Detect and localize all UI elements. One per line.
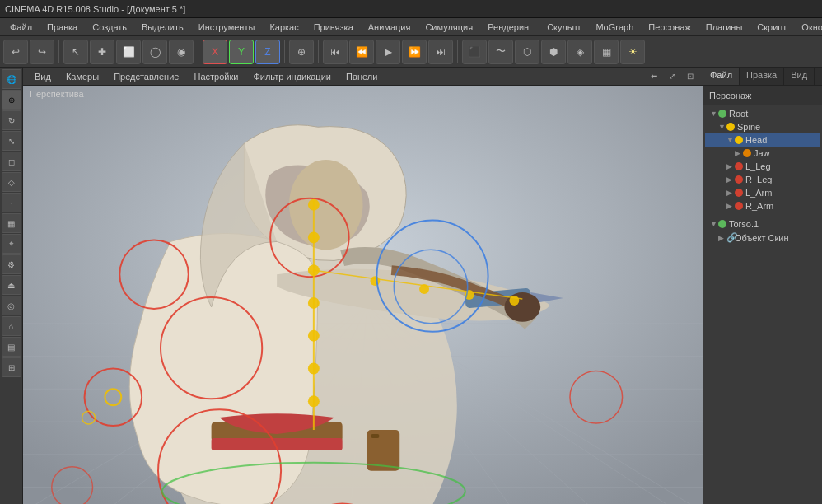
left-btn-brush[interactable]: ⏏ bbox=[2, 275, 21, 295]
left-btn-settings[interactable]: ⚙ bbox=[2, 254, 21, 274]
label-spine: Spine bbox=[737, 122, 760, 132]
menu-sculpt[interactable]: Скульпт bbox=[540, 21, 587, 34]
tree-item-l-leg[interactable]: ▶ L_Leg bbox=[705, 160, 820, 173]
dot-r-leg bbox=[735, 175, 743, 184]
menu-tools[interactable]: Инструменты bbox=[192, 21, 262, 34]
menu-mograph[interactable]: MoGraph bbox=[589, 21, 640, 34]
left-btn-display[interactable]: ⊞ bbox=[2, 357, 21, 377]
add-tool[interactable]: ✚ bbox=[90, 40, 114, 64]
menu-window[interactable]: Окно bbox=[795, 21, 822, 34]
left-btn-rotate[interactable]: ↻ bbox=[2, 110, 21, 130]
vp-icon-max[interactable]: ⊡ bbox=[683, 69, 698, 84]
menu-edit[interactable]: Правка bbox=[40, 21, 84, 34]
tree-item-head[interactable]: ▼ Head bbox=[705, 133, 820, 147]
svg-point-40 bbox=[308, 363, 320, 375]
menu-render[interactable]: Рендеринг bbox=[481, 21, 539, 34]
right-panel-tabs: Файл Правка Вид bbox=[703, 68, 822, 86]
tree-item-jaw[interactable]: ▶ Jaw bbox=[705, 147, 820, 160]
viewport[interactable]: Перспектива bbox=[23, 86, 703, 504]
expand-r-arm[interactable]: ▶ bbox=[726, 202, 735, 210]
vp-icon-expand[interactable]: ⤢ bbox=[665, 69, 680, 84]
left-btn-move[interactable]: ⊕ bbox=[2, 90, 21, 110]
y-axis-btn[interactable]: Y bbox=[229, 40, 254, 64]
left-btn-world[interactable]: 🌐 bbox=[2, 69, 21, 89]
expand-r-leg[interactable]: ▶ bbox=[726, 175, 735, 184]
expand-torso[interactable]: ▼ bbox=[710, 220, 718, 228]
box-select[interactable]: ⬜ bbox=[116, 40, 141, 64]
menu-simulate[interactable]: Симуляция bbox=[418, 21, 479, 34]
menu-select[interactable]: Выделить bbox=[135, 21, 190, 34]
vp-menu-view[interactable]: Вид bbox=[28, 70, 58, 83]
tree-item-root[interactable]: ▼ Root bbox=[705, 107, 820, 120]
menu-character[interactable]: Персонаж bbox=[642, 21, 697, 34]
left-btn-poly[interactable]: ◻ bbox=[2, 152, 21, 171]
tree-item-skin[interactable]: ▶ 🔗 Объект Скин bbox=[705, 231, 820, 245]
deformer-btn[interactable]: ◈ bbox=[567, 40, 592, 64]
select-tool[interactable]: ↖ bbox=[63, 40, 88, 64]
play-forward-btn[interactable]: ⏩ bbox=[402, 40, 427, 64]
title-bar: CINEMA 4D R15.008 Studio - [Документ 5 *… bbox=[0, 0, 822, 18]
redo-button[interactable]: ↪ bbox=[30, 40, 54, 64]
dot-spine bbox=[726, 123, 735, 131]
tree-item-r-leg[interactable]: ▶ R_Leg bbox=[705, 173, 820, 186]
menu-snap[interactable]: Привязка bbox=[307, 21, 360, 34]
left-btn-scale[interactable]: ⤡ bbox=[2, 131, 21, 151]
nurbs-btn[interactable]: ⬡ bbox=[515, 40, 539, 64]
left-btn-circle[interactable]: ◎ bbox=[2, 296, 21, 315]
cube-btn[interactable]: ⬛ bbox=[462, 40, 487, 64]
undo-button[interactable]: ↩ bbox=[3, 40, 28, 64]
play-btn[interactable]: ▶ bbox=[376, 40, 400, 64]
vp-menu-represent[interactable]: Представление bbox=[107, 70, 185, 83]
menu-animate[interactable]: Анимация bbox=[362, 21, 418, 34]
left-btn-grid2[interactable]: ▤ bbox=[2, 337, 21, 357]
circle-select[interactable]: ◯ bbox=[142, 40, 167, 64]
light-btn[interactable]: ☀ bbox=[620, 40, 645, 64]
free-select[interactable]: ◉ bbox=[169, 40, 194, 64]
tree-item-spine[interactable]: ▼ Spine bbox=[705, 120, 820, 133]
svg-point-39 bbox=[308, 330, 320, 342]
menu-create[interactable]: Создать bbox=[86, 21, 133, 34]
play-end-btn[interactable]: ⏭ bbox=[428, 40, 453, 64]
tree-item-l-arm[interactable]: ▶ L_Arm bbox=[705, 186, 820, 199]
sep4 bbox=[318, 40, 319, 63]
left-btn-grid[interactable]: ▦ bbox=[2, 213, 21, 233]
tree-item-torso[interactable]: ▼ Torso.1 bbox=[705, 217, 820, 231]
right-tab-view[interactable]: Вид bbox=[784, 68, 815, 85]
right-tab-file[interactable]: Файл bbox=[703, 68, 740, 85]
scene-btn[interactable]: ▦ bbox=[594, 40, 619, 64]
label-skin: Объект Скин bbox=[735, 233, 789, 243]
tree-item-r-arm[interactable]: ▶ R_Arm bbox=[705, 199, 820, 212]
spline-btn[interactable]: 〜 bbox=[488, 40, 513, 64]
vp-menu-cameras[interactable]: Камеры bbox=[59, 70, 105, 83]
right-tab-edit[interactable]: Правка bbox=[740, 68, 784, 85]
left-btn-snap[interactable]: ⌖ bbox=[2, 234, 21, 254]
expand-jaw[interactable]: ▶ bbox=[735, 149, 743, 157]
vp-icon-move[interactable]: ⬅ bbox=[647, 69, 661, 84]
z-axis-btn[interactable]: Z bbox=[255, 40, 280, 64]
play-back-btn[interactable]: ⏪ bbox=[349, 40, 374, 64]
main-content: 🌐 ⊕ ↻ ⤡ ◻ ◇ · ▦ ⌖ ⚙ ⏏ ◎ ⌂ ▤ ⊞ Вид Камеры… bbox=[0, 68, 822, 504]
transform-btn[interactable]: ⊕ bbox=[289, 40, 314, 64]
menu-plugins[interactable]: Плагины bbox=[699, 21, 750, 34]
menu-wireframe[interactable]: Каркас bbox=[263, 21, 305, 34]
object-tree[interactable]: ▼ Root ▼ Spine ▼ Head ▶ Jaw bbox=[703, 105, 822, 504]
svg-point-44 bbox=[419, 284, 429, 294]
left-btn-home[interactable]: ⌂ bbox=[2, 316, 21, 336]
vp-menu-panels[interactable]: Панели bbox=[339, 70, 384, 83]
menu-file[interactable]: Файл bbox=[3, 21, 39, 34]
play-start-btn[interactable]: ⏮ bbox=[323, 40, 348, 64]
rt-btn-persona[interactable]: Персонаж bbox=[707, 90, 754, 101]
mograph-btn[interactable]: ⬢ bbox=[541, 40, 566, 64]
expand-head[interactable]: ▼ bbox=[726, 136, 735, 144]
expand-root[interactable]: ▼ bbox=[710, 110, 718, 118]
expand-l-leg[interactable]: ▶ bbox=[726, 162, 735, 170]
left-btn-point[interactable]: · bbox=[2, 193, 21, 212]
vp-menu-filter[interactable]: Фильтр индикации bbox=[246, 70, 338, 83]
left-btn-edge[interactable]: ◇ bbox=[2, 172, 21, 192]
expand-skin[interactable]: ▶ bbox=[718, 234, 726, 242]
x-axis-btn[interactable]: X bbox=[203, 40, 227, 64]
expand-spine[interactable]: ▼ bbox=[718, 123, 726, 131]
vp-menu-settings[interactable]: Настройки bbox=[187, 70, 245, 83]
expand-l-arm[interactable]: ▶ bbox=[726, 189, 735, 197]
menu-script[interactable]: Скрипт bbox=[750, 21, 793, 34]
